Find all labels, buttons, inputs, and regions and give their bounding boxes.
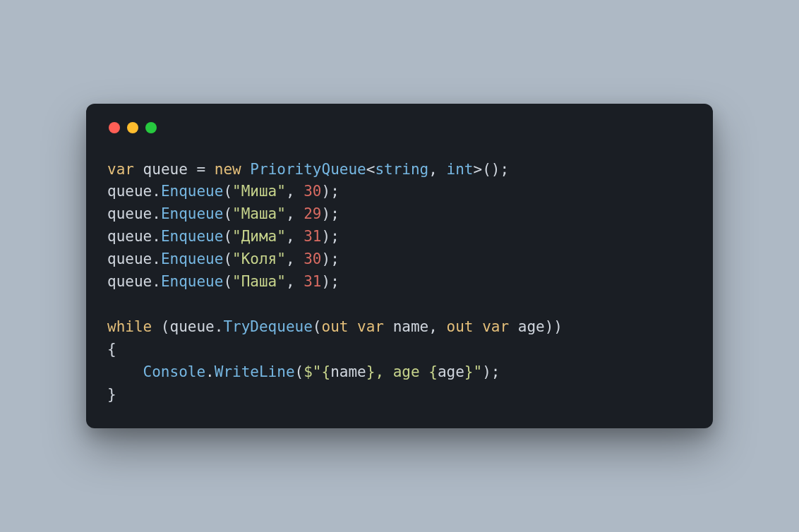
code-token: . [152,205,161,222]
code-token: 31 [304,228,321,245]
code-token: ); [482,363,500,380]
code-token: ( [223,273,232,290]
code-token: { [107,341,116,358]
close-icon[interactable] [109,122,120,133]
window-controls [109,122,692,133]
code-token: TryDequeue [223,318,312,335]
code-token: ); [322,250,340,267]
code-token: var [357,318,384,335]
code-token: > [473,161,482,178]
code-token: ); [322,183,340,200]
code-token: { [428,363,438,380]
code-token: 29 [304,205,321,222]
code-token: var [482,318,509,335]
code-token: . [152,183,161,200]
code-token: "Дима" [232,228,286,245]
code-token: string [375,161,428,178]
code-token: { [322,363,331,380]
code-token: ( [152,318,169,335]
code-token: } [464,363,474,380]
code-token: ( [223,205,232,222]
code-token: age [438,363,464,380]
code-token: age [518,318,545,335]
code-window: var queue = new PriorityQueue<string, in… [86,104,713,429]
code-token: ( [313,318,322,335]
code-token: ); [322,228,340,245]
code-token: . [205,363,215,380]
code-token: , [428,318,446,335]
code-token: Enqueue [161,183,224,200]
code-token: Enqueue [161,273,224,290]
code-token: " [474,363,483,380]
code-token [107,363,143,380]
code-token: Enqueue [161,228,224,245]
code-token: . [215,318,224,335]
code-token: , [428,161,446,178]
code-token: name [330,363,366,380]
code-token: , age [375,363,428,380]
code-token: "Паша" [232,273,286,290]
minimize-icon[interactable] [127,122,138,133]
code-token: , [286,228,304,245]
code-token: ( [223,228,232,245]
code-token: queue [107,273,152,290]
code-token: ( [223,250,232,267]
code-token: . [152,228,161,245]
code-token: $ [304,363,313,380]
code-token: ) [545,318,554,335]
code-token: out [321,318,348,335]
code-token: ); [322,205,340,222]
code-token: ( [295,363,304,380]
code-token: ); [322,273,340,290]
code-token: = [188,161,215,178]
code-token: ( [223,183,232,200]
code-token: Console [143,363,206,380]
code-token: Enqueue [161,205,224,222]
code-token: . [152,250,161,267]
code-token: while [107,318,152,335]
code-token: PriorityQueue [250,161,366,178]
code-token: "Коля" [232,250,286,267]
code-token: < [366,161,376,178]
code-token: 30 [304,250,321,267]
code-token: queue [107,250,152,267]
code-token: . [152,273,161,290]
code-token: } [366,363,376,380]
code-token: out [447,318,474,335]
code-token: queue [143,161,188,178]
maximize-icon[interactable] [145,122,157,133]
code-token: " [313,363,322,380]
code-token: "Миша" [232,183,286,200]
code-token: name [393,318,429,335]
code-token: , [286,250,304,267]
code-token: 30 [304,183,321,200]
code-token: } [107,386,116,403]
code-token: ) [553,318,563,335]
code-token: queue [107,183,152,200]
code-token: int [447,161,474,178]
code-token: new [215,161,241,178]
code-token: (); [482,161,509,178]
code-content: var queue = new PriorityQueue<string, in… [107,159,692,406]
code-token: Enqueue [161,250,224,267]
code-token: , [286,273,304,290]
code-token: 31 [304,273,321,290]
code-token: , [286,205,304,222]
code-token: queue [170,318,215,335]
code-token: queue [107,228,152,245]
code-token: queue [107,205,152,222]
code-token: , [286,183,304,200]
code-token: WriteLine [215,363,295,380]
code-token: "Маша" [232,205,286,222]
code-token: var [107,161,134,178]
